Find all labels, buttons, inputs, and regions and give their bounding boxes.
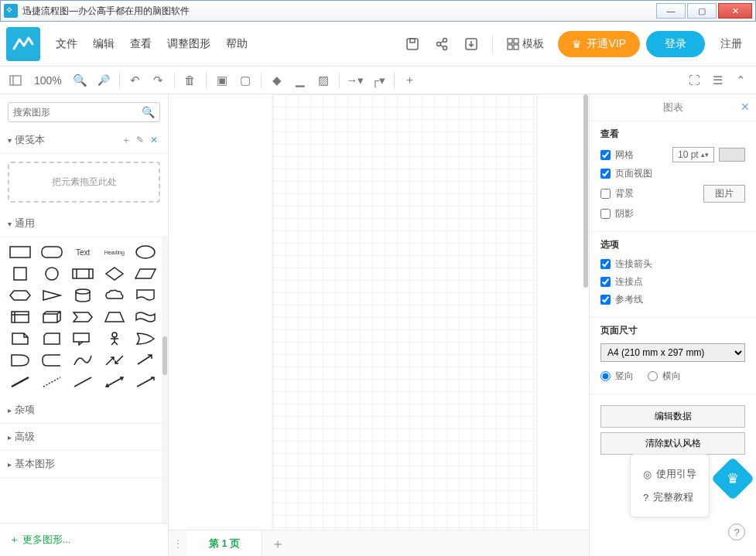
- line-color-icon[interactable]: ▁: [289, 70, 311, 91]
- shape-trapezoid[interactable]: [102, 309, 127, 326]
- add-icon[interactable]: ＋: [399, 70, 421, 91]
- fill-color-icon[interactable]: ◆: [266, 70, 288, 91]
- grid-size-input[interactable]: 10 pt▴▾: [672, 147, 714, 162]
- shape-triangle[interactable]: [39, 287, 64, 304]
- shape-step[interactable]: [70, 309, 95, 326]
- fullscreen-icon[interactable]: ⛶: [683, 70, 705, 91]
- close-button[interactable]: ✕: [718, 3, 752, 19]
- waypoint-icon[interactable]: ┌▾: [368, 70, 389, 91]
- more-shapes-button[interactable]: ＋ 更多图形...: [0, 523, 168, 556]
- shape-rect[interactable]: [8, 244, 32, 261]
- points-checkbox[interactable]: [600, 277, 611, 287]
- zoom-level[interactable]: 100%: [28, 74, 68, 87]
- shape-cloud[interactable]: [102, 287, 127, 304]
- send-back-icon[interactable]: ▢: [234, 70, 256, 91]
- category-advanced[interactable]: ▸ 高级: [0, 424, 168, 451]
- delete-icon[interactable]: 🗑: [180, 70, 201, 91]
- collapse-icon[interactable]: ⌃: [730, 70, 751, 91]
- edit-data-button[interactable]: 编辑数据: [600, 405, 745, 428]
- scratchpad-dropzone[interactable]: 把元素拖至此处: [8, 162, 160, 203]
- shape-tape[interactable]: [133, 309, 158, 326]
- shape-note[interactable]: [8, 330, 32, 347]
- page-size-select[interactable]: A4 (210 mm x 297 mm): [600, 343, 745, 362]
- menu-file[interactable]: 文件: [48, 31, 85, 57]
- add-page-button[interactable]: ＋: [262, 530, 293, 556]
- shape-cube[interactable]: [39, 309, 64, 326]
- shape-heading[interactable]: Heading: [102, 244, 127, 261]
- menu-adjust[interactable]: 调整图形: [159, 31, 218, 57]
- left-scrollbar[interactable]: [162, 237, 168, 523]
- search-input[interactable]: [13, 107, 142, 118]
- shape-arrow[interactable]: [133, 352, 158, 369]
- shape-and[interactable]: [8, 352, 32, 369]
- landscape-radio[interactable]: [648, 371, 658, 381]
- category-misc[interactable]: ▸ 杂项: [0, 397, 168, 424]
- arrows-checkbox[interactable]: [600, 259, 611, 269]
- tab-page-1[interactable]: 第 1 页: [187, 530, 262, 556]
- shape-square[interactable]: [8, 265, 32, 282]
- maximize-button[interactable]: ▢: [687, 3, 717, 19]
- save-icon[interactable]: [401, 32, 424, 56]
- shape-thin-arrow[interactable]: [133, 374, 158, 391]
- shape-diamond[interactable]: [102, 265, 127, 282]
- shape-parallelogram[interactable]: [133, 265, 158, 282]
- shape-text[interactable]: Text: [70, 244, 95, 261]
- menu-view[interactable]: 查看: [122, 31, 159, 57]
- canvas[interactable]: [169, 94, 589, 530]
- shadow-icon[interactable]: ▨: [313, 70, 334, 91]
- category-general[interactable]: ▾ 通用: [0, 210, 168, 237]
- shape-data-store[interactable]: [39, 352, 64, 369]
- bring-front-icon[interactable]: ▣: [211, 70, 233, 91]
- guides-checkbox[interactable]: [600, 295, 611, 305]
- pageview-checkbox[interactable]: [600, 169, 611, 179]
- close-panel-icon[interactable]: ✕: [741, 101, 750, 113]
- template-button[interactable]: 模板: [499, 32, 552, 56]
- login-button[interactable]: 登录: [646, 31, 705, 57]
- canvas-scrollbar[interactable]: [582, 94, 589, 530]
- menu-help[interactable]: 帮助: [218, 31, 255, 57]
- background-image-button[interactable]: 图片: [703, 185, 745, 203]
- background-checkbox[interactable]: [600, 189, 611, 199]
- shape-rounded-rect[interactable]: [39, 244, 64, 261]
- shape-or[interactable]: [133, 330, 158, 347]
- vip-float-button[interactable]: ♛: [711, 457, 755, 501]
- shape-card[interactable]: [39, 330, 64, 347]
- shape-document[interactable]: [133, 287, 158, 304]
- add-scratch-icon[interactable]: ＋: [120, 134, 132, 146]
- connector-style-icon[interactable]: →▾: [344, 70, 366, 91]
- undo-icon[interactable]: ↶: [125, 70, 146, 91]
- close-scratch-icon[interactable]: ✕: [148, 134, 160, 146]
- shape-circle[interactable]: [39, 265, 64, 282]
- edit-scratch-icon[interactable]: ✎: [134, 134, 146, 146]
- help-button[interactable]: ?: [728, 524, 745, 541]
- shape-line-thick[interactable]: [8, 374, 32, 391]
- menu-edit[interactable]: 编辑: [85, 31, 122, 57]
- shape-curve[interactable]: [70, 352, 95, 369]
- register-link[interactable]: 注册: [713, 37, 750, 51]
- shape-actor[interactable]: [102, 330, 127, 347]
- category-basic[interactable]: ▸ 基本图形: [0, 451, 168, 478]
- clear-style-button[interactable]: 清除默认风格: [600, 432, 745, 455]
- zoom-out-icon[interactable]: 🔎: [93, 70, 115, 91]
- minimize-button[interactable]: —: [656, 3, 686, 19]
- redo-icon[interactable]: ↷: [148, 70, 169, 91]
- help-tutorial-link[interactable]: ?完整教程: [640, 486, 700, 509]
- grid-color-swatch[interactable]: [719, 148, 745, 162]
- canvas-page[interactable]: [273, 94, 536, 530]
- shape-callout[interactable]: [70, 330, 95, 347]
- shape-cylinder[interactable]: [70, 287, 95, 304]
- format-panel-icon[interactable]: ☰: [706, 70, 728, 91]
- share-icon[interactable]: [430, 32, 453, 56]
- vip-button[interactable]: ♛ 开通VIP: [558, 31, 640, 57]
- sidebar-toggle-icon[interactable]: [5, 70, 26, 91]
- download-icon[interactable]: [460, 32, 483, 56]
- shape-bi-thin-arrow[interactable]: [102, 374, 127, 391]
- search-shapes[interactable]: 🔍: [8, 102, 160, 122]
- grid-checkbox[interactable]: [600, 150, 611, 160]
- shape-process[interactable]: [70, 265, 95, 282]
- shape-internal-storage[interactable]: [8, 309, 32, 326]
- shape-line[interactable]: [70, 374, 95, 391]
- pages-menu-icon[interactable]: ⋮: [169, 530, 187, 556]
- shape-hexagon[interactable]: [8, 287, 32, 304]
- shape-ellipse[interactable]: [133, 244, 158, 261]
